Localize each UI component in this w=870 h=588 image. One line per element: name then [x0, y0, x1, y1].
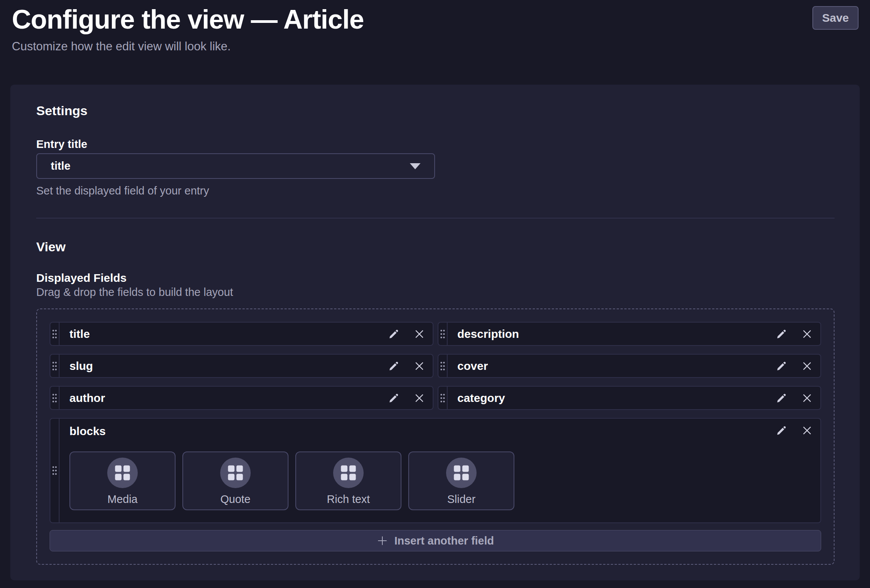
- field-name: cover: [448, 355, 777, 377]
- remove-field-button[interactable]: [414, 360, 425, 372]
- entry-title-select-value: title: [51, 160, 71, 172]
- component-label: Quote: [221, 493, 251, 506]
- close-icon: [414, 360, 425, 372]
- drag-handle[interactable]: [438, 387, 448, 409]
- component-label: Rich text: [327, 493, 370, 506]
- fields-drop-zone: title description: [36, 308, 835, 565]
- drag-handle[interactable]: [50, 323, 60, 345]
- plus-icon: [377, 535, 388, 546]
- grid-icon: [453, 465, 469, 481]
- field-row-description[interactable]: description: [438, 322, 822, 346]
- field-name: author: [60, 387, 388, 409]
- close-icon: [414, 328, 425, 340]
- component-card-slider[interactable]: Slider: [408, 451, 514, 510]
- grip-dots-icon: [440, 361, 445, 371]
- save-button[interactable]: Save: [812, 6, 859, 30]
- edit-field-button[interactable]: [388, 361, 399, 371]
- remove-field-button[interactable]: [801, 360, 813, 372]
- edit-field-button[interactable]: [388, 393, 399, 403]
- grip-dots-icon: [440, 393, 445, 403]
- component-label: Slider: [447, 493, 475, 506]
- field-name: title: [60, 323, 388, 345]
- settings-heading: Settings: [36, 103, 835, 118]
- settings-panel: Settings Entry title title Set the displ…: [10, 85, 860, 580]
- component-icon-circle: [107, 458, 138, 488]
- pencil-icon: [776, 425, 787, 436]
- field-name: slug: [60, 355, 388, 377]
- component-label: Media: [108, 493, 138, 506]
- grid-icon: [227, 465, 243, 481]
- chevron-down-icon: [410, 163, 420, 169]
- pencil-icon: [776, 361, 787, 371]
- page-subtitle: Customize how the edit view will look li…: [12, 40, 859, 53]
- row-actions: [388, 355, 433, 377]
- entry-title-select[interactable]: title: [36, 153, 435, 179]
- edit-field-button[interactable]: [776, 329, 787, 339]
- pencil-icon: [776, 329, 787, 339]
- field-row-title[interactable]: title: [50, 322, 433, 346]
- insert-another-field-label: Insert another field: [394, 535, 494, 547]
- insert-another-field-button[interactable]: Insert another field: [50, 530, 821, 551]
- grip-dots-icon: [52, 361, 57, 371]
- row-actions: [776, 387, 820, 409]
- component-icon-circle: [220, 458, 251, 488]
- drag-handle[interactable]: [438, 323, 448, 345]
- remove-field-button[interactable]: [801, 328, 813, 340]
- drag-handle[interactable]: [50, 419, 60, 522]
- edit-field-button[interactable]: [776, 361, 787, 371]
- fields-grid: title description: [50, 322, 821, 523]
- section-divider: [36, 218, 835, 218]
- pencil-icon: [776, 393, 787, 403]
- grid-icon: [340, 465, 356, 481]
- field-row-slug[interactable]: slug: [50, 354, 433, 378]
- field-row-blocks[interactable]: blocks Med: [50, 418, 821, 523]
- drag-handle[interactable]: [50, 355, 60, 377]
- field-row-cover[interactable]: cover: [438, 354, 822, 378]
- grip-dots-icon: [52, 393, 57, 403]
- grip-dots-icon: [52, 466, 57, 476]
- component-card-media[interactable]: Media: [69, 451, 176, 510]
- drag-handle[interactable]: [438, 355, 448, 377]
- close-icon: [801, 425, 813, 436]
- close-icon: [801, 392, 813, 404]
- row-actions: [388, 323, 433, 345]
- remove-field-button[interactable]: [801, 392, 813, 404]
- page-title: Configure the view — Article: [12, 5, 859, 34]
- field-row-author[interactable]: author: [50, 386, 433, 410]
- edit-field-button[interactable]: [776, 393, 787, 403]
- edit-field-button[interactable]: [388, 329, 399, 339]
- remove-field-button[interactable]: [414, 328, 425, 340]
- remove-field-button[interactable]: [801, 425, 813, 436]
- field-row-category[interactable]: category: [438, 386, 822, 410]
- field-name: description: [448, 323, 777, 345]
- component-card-quote[interactable]: Quote: [182, 451, 288, 510]
- component-icon-circle: [446, 458, 477, 488]
- close-icon: [801, 360, 813, 372]
- pencil-icon: [388, 393, 399, 403]
- edit-field-button[interactable]: [776, 425, 787, 436]
- close-icon: [801, 328, 813, 340]
- pencil-icon: [388, 361, 399, 371]
- blocks-content: blocks Med: [60, 419, 820, 522]
- displayed-fields-label: Displayed Fields: [36, 271, 835, 285]
- grip-dots-icon: [52, 329, 57, 339]
- component-list: Media Quote Rich text: [69, 451, 820, 510]
- page-header: Configure the view — Article Customize h…: [0, 0, 870, 53]
- view-heading: View: [36, 239, 835, 254]
- row-actions: [776, 425, 813, 436]
- entry-title-label: Entry title: [36, 137, 835, 151]
- drag-handle[interactable]: [50, 387, 60, 409]
- field-name: category: [448, 387, 777, 409]
- close-icon: [414, 392, 425, 404]
- entry-title-hint: Set the displayed field of your entry: [36, 184, 835, 197]
- row-actions: [776, 355, 820, 377]
- pencil-icon: [388, 329, 399, 339]
- field-name: blocks: [69, 425, 820, 438]
- row-actions: [776, 323, 820, 345]
- component-card-rich-text[interactable]: Rich text: [295, 451, 401, 510]
- row-actions: [388, 387, 433, 409]
- grid-icon: [114, 465, 130, 481]
- remove-field-button[interactable]: [414, 392, 425, 404]
- component-icon-circle: [333, 458, 364, 488]
- grip-dots-icon: [440, 329, 445, 339]
